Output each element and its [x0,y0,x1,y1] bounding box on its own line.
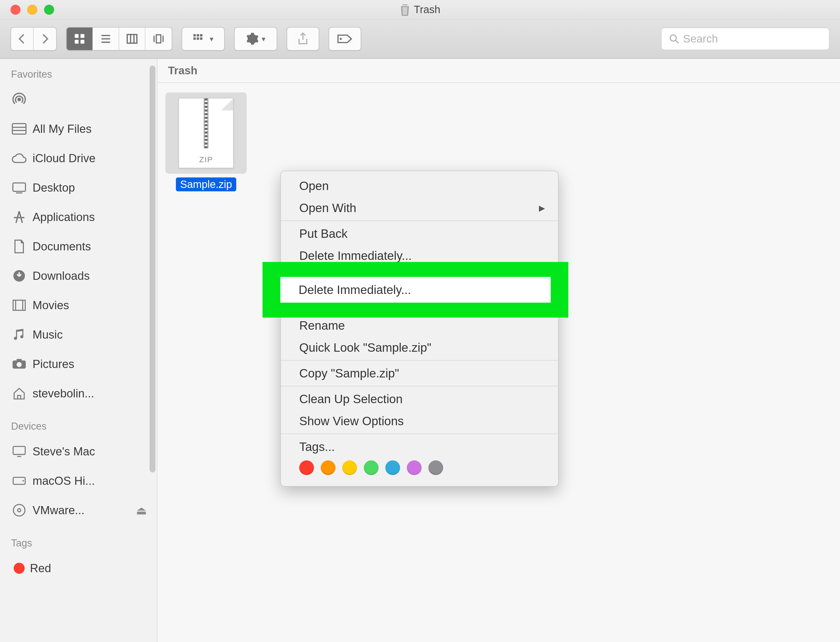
documents-icon [11,238,27,255]
file-selection: ZIP [165,92,247,174]
sidebar-item-label: macOS Hi... [32,474,95,487]
arrange-button[interactable]: ▾ [182,28,224,50]
menu-item-quick-look[interactable]: Quick Look "Sample.zip" [281,337,558,358]
airdrop-icon [11,91,27,108]
svg-rect-35 [13,446,25,455]
minimize-window-button[interactable] [27,5,37,15]
view-switcher [66,27,172,51]
svg-point-33 [16,362,21,367]
menu-item-view-options[interactable]: Show View Options [281,410,558,432]
menu-item-open-with[interactable]: Open With [281,197,558,219]
svg-rect-16 [193,37,196,40]
sidebar-item-label: Music [32,328,63,341]
coverflow-view-button[interactable] [146,28,172,50]
menu-item-tags[interactable]: Tags... [281,436,558,458]
action-button[interactable]: ▾ [235,28,277,50]
path-header: Trash [157,59,840,83]
svg-rect-18 [200,37,203,40]
menu-item-open[interactable]: Open [281,175,558,197]
back-button[interactable] [11,28,34,50]
svg-point-19 [340,38,342,40]
svg-rect-10 [156,35,161,43]
svg-point-22 [17,98,21,101]
desktop-icon [11,180,27,196]
sidebar-header-favorites: Favorites [10,66,147,85]
svg-rect-3 [81,40,84,44]
sidebar-item-all-my-files[interactable]: All My Files [10,114,147,144]
arrange-button-group: ▾ [182,27,225,51]
sidebar-item-tag-red[interactable]: Red [10,554,147,583]
tag-red-icon [14,563,25,574]
search-field[interactable] [661,28,830,50]
close-window-button[interactable] [10,5,21,15]
search-input[interactable] [683,32,822,45]
file-item[interactable]: ZIP Sample.zip [165,92,247,191]
svg-rect-0 [75,34,79,38]
tag-color-yellow[interactable] [342,460,357,475]
sidebar-item-label: Desktop [32,181,75,194]
edit-tags-button[interactable] [329,28,361,50]
tag-color-red[interactable] [299,460,314,475]
tag-color-purple[interactable] [407,460,422,475]
menu-item-clean-up[interactable]: Clean Up Selection [281,388,558,410]
svg-rect-26 [13,183,26,191]
tag-color-orange[interactable] [321,460,336,475]
action-button-group: ▾ [234,27,277,51]
svg-point-38 [22,480,24,481]
file-name-label[interactable]: Sample.zip [176,177,236,191]
tag-color-blue[interactable] [385,460,400,475]
path-location: Trash [168,64,198,77]
sidebar-item-applications[interactable]: Applications [10,203,147,232]
sidebar-header-devices: Devices [10,418,147,437]
trash-icon [400,3,410,16]
sidebar-item-disc[interactable]: VMware... ⏏ [10,496,147,525]
traffic-lights [0,5,54,15]
tag-color-green[interactable] [364,460,378,475]
sidebar-item-pictures[interactable]: Pictures [10,349,147,379]
sidebar-item-label: stevebolin... [32,387,94,400]
sidebar: Favorites All My Files iCloud Drive Desk… [0,59,157,642]
hdd-icon [11,473,27,489]
sidebar-item-airdrop[interactable] [10,85,147,114]
sidebar-scrollbar[interactable] [150,66,156,472]
forward-button[interactable] [34,28,56,50]
sidebar-item-desktop[interactable]: Desktop [10,173,147,203]
window-title-text: Trash [414,4,441,16]
finder-window: Trash [0,0,840,642]
svg-rect-29 [13,300,25,311]
share-button[interactable] [287,28,319,50]
pictures-icon [11,356,27,372]
menu-item-copy[interactable]: Copy "Sample.zip" [281,362,558,384]
svg-rect-17 [196,37,199,40]
downloads-icon [11,268,27,284]
tutorial-highlight: Delete Immediately... [263,262,568,318]
sidebar-item-icloud[interactable]: iCloud Drive [10,144,147,173]
column-view-button[interactable] [119,28,146,50]
zoom-window-button[interactable] [44,5,54,15]
sidebar-item-boot-disk[interactable]: macOS Hi... [10,466,147,496]
menu-item-put-back[interactable]: Put Back [281,222,558,245]
sidebar-item-label: Downloads [32,269,90,282]
share-button-group [287,27,319,51]
list-view-button[interactable] [93,28,119,50]
sidebar-item-movies[interactable]: Movies [10,290,147,320]
sidebar-header-tags: Tags [10,534,147,554]
menu-item-rename[interactable]: Rename [281,315,558,337]
window-title: Trash [400,3,441,16]
sidebar-item-this-mac[interactable]: Steve's Mac [10,437,147,466]
sidebar-item-label: Documents [32,240,91,253]
icloud-icon [11,150,27,166]
svg-rect-15 [200,34,203,36]
highlighted-menu-item[interactable]: Delete Immediately... [281,277,551,303]
svg-rect-7 [127,35,137,43]
sidebar-item-downloads[interactable]: Downloads [10,261,147,290]
sidebar-item-label: Pictures [32,357,74,371]
sidebar-item-music[interactable]: Music [10,320,147,349]
tag-color-grey[interactable] [428,460,443,475]
sidebar-item-home[interactable]: stevebolin... [10,379,147,408]
chevron-down-icon: ▾ [262,35,265,43]
menu-separator [281,434,558,434]
icon-view-button[interactable] [66,28,93,50]
eject-icon[interactable]: ⏏ [136,504,147,517]
sidebar-item-documents[interactable]: Documents [10,232,147,261]
